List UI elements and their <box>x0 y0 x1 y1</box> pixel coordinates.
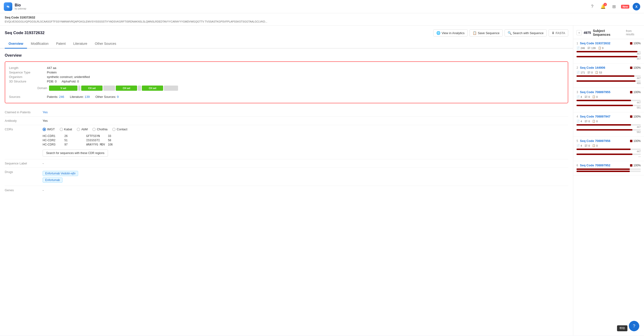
bar-label2: 582 <box>576 131 641 133</box>
tab-overview[interactable]: Overview <box>5 39 27 49</box>
avatar-btn[interactable]: X <box>633 3 640 11</box>
radio-abm[interactable]: AbM <box>77 128 88 131</box>
antibody-value: Yes <box>42 119 568 123</box>
bar-fill2 <box>576 56 637 57</box>
length-value: 447 aa <box>47 66 564 70</box>
seq-percent: 100% <box>630 91 641 94</box>
radio-kabat-circle <box>60 128 63 131</box>
tab-patent[interactable]: Patent <box>52 39 69 49</box>
domain-ch-set1: CH set <box>81 86 102 91</box>
literature-link[interactable]: 139 <box>84 95 90 99</box>
drugs-label: Drugs <box>5 170 42 174</box>
save-sequence-btn[interactable]: 📋 Save Sequence <box>470 29 503 37</box>
notification-btn[interactable]: 🔔 1 <box>599 3 607 11</box>
bar-track2 <box>576 105 641 106</box>
seq-link[interactable]: Seq Code 708897952 <box>580 164 610 167</box>
seq-link[interactable]: Seq Code 144906 <box>580 66 605 70</box>
notification-badge: 1 <box>604 3 607 6</box>
drugs-value: Enfortumab Vedotin-ejfv Enfortumab <box>42 170 568 183</box>
help-float-btn[interactable]: ? <box>629 321 639 331</box>
bar-track2 <box>576 56 641 57</box>
search-icon: 🔍 <box>508 31 512 35</box>
seq-link[interactable]: Seq Code 708897947 <box>580 115 610 118</box>
bar-label1: 447 <box>576 150 641 153</box>
seq-stats: 📄 4 📰 0 📋 0 <box>576 120 641 123</box>
bar-fill2 <box>576 154 632 155</box>
bar-fill <box>576 124 631 126</box>
seq-link[interactable]: Seq Code 708897956 <box>580 139 610 143</box>
patents-link[interactable]: 246 <box>59 95 64 99</box>
seq-bar1: 447 <box>576 124 641 128</box>
domain-ch-set3: CH set <box>142 86 163 91</box>
seq-link[interactable]: Seq Code 319372632 <box>580 42 610 45</box>
help-icon-btn[interactable]: ? <box>588 3 596 11</box>
cdr-table: HC-CDR1 26 GFTFSSYN 33 HC-CDR2 51 ISSSSS… <box>42 134 568 147</box>
radio-imgt-circle <box>42 128 46 131</box>
stat-literature: 📰 0 <box>587 71 592 74</box>
bar-track2 <box>576 171 641 172</box>
cdrs-label: CDRs <box>5 128 42 131</box>
detail-header: Seq Code 319372632 🌐 View in Analytics 📋… <box>0 26 573 37</box>
radio-contact[interactable]: Contact <box>112 128 128 131</box>
antibody-row: Antibody Yes <box>5 117 568 125</box>
structure-value: PDB: 0 AlphaFold: 0 <box>47 80 564 83</box>
fasta-btn[interactable]: ⬇ FASTA <box>548 29 568 37</box>
bar-label2: 466 <box>576 82 641 85</box>
cdr-row-2: HC-CDR2 51 ISSSSSTI 58 <box>42 138 568 142</box>
tab-literature[interactable]: Literature <box>69 39 91 49</box>
sequence-label-row: Sequence Label - <box>5 159 568 168</box>
collapse-sidebar-btn[interactable]: ‹ <box>576 30 582 35</box>
seq-bar1: 447 <box>576 149 641 153</box>
stat-patents: 📄 171 <box>576 71 585 74</box>
domain-row: Domain V set CH set CH set CH set <box>38 86 564 91</box>
bar-fill <box>576 100 631 101</box>
domain-v-set: V set <box>49 86 78 91</box>
cdr-row-3: HC-CDR3 97 ARAYYYG MDV 106 <box>42 142 568 147</box>
seq-stats: 📄 4 📰 0 📋 0 <box>576 144 641 147</box>
radio-kabat[interactable]: Kabat <box>60 128 72 131</box>
seq-result-item: 4 Seq Code 708897947 100% 📄 4 📰 0 📋 0 <box>573 112 644 137</box>
pct-value: 100% <box>633 42 641 45</box>
apps-btn[interactable]: ⊞ <box>610 3 618 11</box>
bar-track2 <box>576 154 641 155</box>
tab-modification[interactable]: Modification <box>27 39 52 49</box>
seq-num: 4 <box>576 115 578 118</box>
domain-ch-set2: CH set <box>116 86 137 91</box>
bar-fill2 <box>576 171 630 172</box>
save-icon: 📋 <box>472 31 476 35</box>
seq-num: 2 <box>576 66 578 70</box>
search-with-sequence-btn[interactable]: 🔍 Search with Sequence <box>504 29 547 37</box>
other-link[interactable]: 9 <box>117 95 118 99</box>
radio-imgt[interactable]: IMGT <box>42 128 55 131</box>
seq-bar2: 581 <box>576 105 641 109</box>
bar-track <box>576 75 641 77</box>
bar-label2: --- <box>576 155 641 158</box>
seq-label-key: Sequence Label <box>5 162 42 165</box>
overview-content: Overview Length 447 aa Sequence Type Pro… <box>0 49 573 199</box>
domain-bar: V set CH set CH set CH set <box>49 86 564 91</box>
other-source: Other Sources: 9 <box>96 95 118 99</box>
seq-link[interactable]: Seq Code 708897955 <box>580 90 610 94</box>
cdr-search-btn[interactable]: Search for sequences with these CDR regi… <box>42 150 108 157</box>
pct-box <box>630 164 632 167</box>
bar-fill2 <box>576 105 633 106</box>
drug-1[interactable]: Enfortumab Vedotin-ejfv <box>42 171 78 176</box>
cdr-row-1: HC-CDR1 26 GFTFSSYN 33 <box>42 134 568 138</box>
seq-type-label: Sequence Type <box>9 71 47 74</box>
pct-box <box>630 42 632 45</box>
tab-other-sources[interactable]: Other Sources <box>91 39 120 49</box>
drug-2[interactable]: Enfortumab <box>42 177 62 183</box>
seq-result-item: 1 Seq Code 319372632 100% 📄 246 📰 139 📋 … <box>573 39 644 64</box>
view-analytics-btn[interactable]: 🌐 View in Analytics <box>433 29 468 37</box>
seq-percent: 100% <box>630 139 641 143</box>
bar-fill2 <box>576 80 636 82</box>
radio-chothia[interactable]: Chothia <box>92 128 108 131</box>
bar-fill <box>576 168 630 170</box>
detail-title: Seq Code 319372632 <box>5 31 44 35</box>
bar-fill2 <box>576 129 632 131</box>
cdr-options: IMGT Kabat AbM Chothia <box>42 128 568 131</box>
bar-fill <box>576 149 630 150</box>
stat-literature: 📰 139 <box>587 47 596 50</box>
main-container: Seq Code 319372632 🌐 View in Analytics 📋… <box>0 26 644 335</box>
pct-value: 100% <box>633 164 641 167</box>
